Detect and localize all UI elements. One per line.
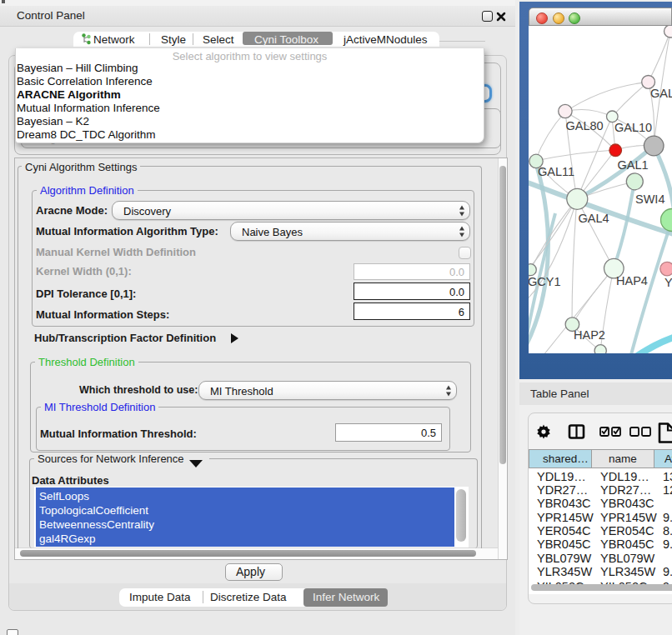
svg-text:YE: YE	[664, 276, 672, 289]
svg-text:HAP4: HAP4	[616, 274, 648, 288]
svg-text:GAL11: GAL11	[538, 165, 574, 178]
svg-text:GAL80: GAL80	[566, 119, 604, 132]
svg-text:HAP2: HAP2	[574, 328, 605, 342]
svg-text:SWI4: SWI4	[635, 192, 664, 206]
svg-text:GCY1: GCY1	[529, 275, 561, 288]
svg-text:GAL4: GAL4	[579, 212, 609, 225]
svg-text:GAL2: GAL2	[650, 87, 672, 100]
svg-text:GAL1: GAL1	[618, 158, 649, 172]
svg-text:GAL10: GAL10	[614, 121, 652, 134]
